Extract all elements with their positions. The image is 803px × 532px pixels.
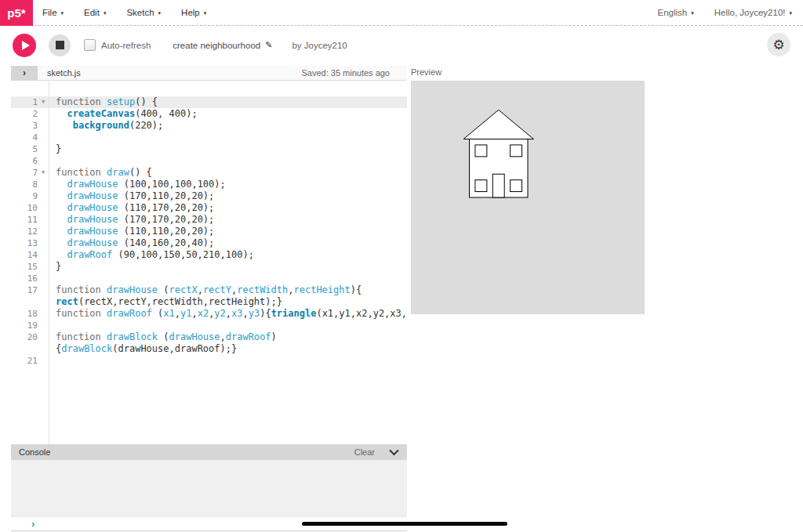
gear-icon: ⚙ [772,38,784,52]
code-text: drawHouse (110,110,20,20); [49,226,214,237]
code-line[interactable]: 2 createCanvas(400, 400); [11,108,407,120]
fold-caret-empty [38,249,49,261]
console-prompt-icon: › [31,519,35,529]
code-line[interactable]: 5} [11,143,407,155]
code-text: drawHouse (170,170,20,20); [49,214,214,226]
play-button[interactable] [13,34,36,57]
line-number: 5 [11,143,38,155]
horizontal-scrollbar[interactable] [302,522,507,526]
nav-menu-help[interactable]: Help▾ [181,8,206,17]
code-line[interactable]: 19 [11,320,407,331]
tab-sketch-js[interactable]: sketch.js [47,68,81,78]
nav-menu-sketch[interactable]: Sketch▾ [126,8,161,17]
code-line[interactable]: 6 [11,155,407,167]
menu-label: Hello, Joycey210! [714,8,786,17]
nav-menu-english[interactable]: English▾ [657,8,693,17]
nav-menus: File▾Edit▾Sketch▾Help▾ [42,8,206,17]
fold-caret-empty [38,355,49,367]
code-line[interactable]: 4 [11,132,407,143]
line-number: 17 [11,284,38,296]
chevron-down-icon: ▾ [691,10,694,16]
console-collapse-button[interactable] [389,449,399,456]
line-number: 7 [11,167,38,179]
fold-caret-icon[interactable]: ▼ [38,96,49,108]
code-text [49,355,56,367]
fold-caret-empty [38,284,49,296]
code-line[interactable]: 15} [11,261,407,273]
sidebar-expand-button[interactable]: › [11,66,38,81]
settings-button[interactable]: ⚙ [767,33,790,56]
sketch-canvas[interactable] [411,81,645,314]
code-line[interactable]: 16 [11,273,407,284]
code-line[interactable]: 7▼function draw() { [11,167,407,179]
line-number: 6 [11,155,38,167]
sketch-shape-rect [475,180,487,192]
console-header: Console Clear [11,444,407,460]
code-text: drawHouse (170,110,20,20); [49,190,214,202]
gutter-divider [49,81,49,444]
fold-caret-empty [38,331,49,343]
play-icon [22,41,30,50]
line-number: 21 [11,355,38,367]
fold-caret-icon[interactable]: ▼ [38,167,49,179]
preview-pane: Preview [411,67,803,532]
menu-label: File [42,8,57,17]
fold-caret-empty [38,120,49,132]
line-number: 14 [11,249,38,261]
code-text: } [49,143,61,155]
code-line[interactable]: 14 drawRoof (90,100,150,50,210,100); [11,249,407,261]
fold-caret-empty [38,308,49,320]
fold-caret-empty [38,108,49,120]
code-editor[interactable]: 1▼function setup() {2 createCanvas(400, … [11,81,407,444]
edit-project-name-icon[interactable]: ✎ [265,40,272,50]
line-number: 8 [11,179,38,190]
code-line[interactable]: 3 background(220); [11,120,407,132]
line-number [11,296,38,308]
nav-menu-edit[interactable]: Edit▾ [84,8,106,17]
preview-label: Preview [411,67,803,81]
line-number: 2 [11,108,38,120]
code-line[interactable]: 17function drawHouse (rectX,rectY,rectWi… [11,284,407,296]
auto-refresh-checkbox[interactable] [84,39,96,51]
chevron-down-icon: ▾ [204,10,207,16]
code-text: function setup() { [49,96,158,108]
top-nav: p5* File▾Edit▾Sketch▾Help▾ English▾Hello… [0,0,803,26]
p5-logo[interactable]: p5* [0,0,33,26]
line-number: 9 [11,190,38,202]
code-line[interactable]: 10 drawHouse (110,170,20,20); [11,202,407,214]
code-text: } [49,261,61,273]
console-clear-button[interactable]: Clear [354,447,375,457]
code-text: rect(rectX,rectY,rectWidth,rectHeight);} [49,296,282,308]
auto-refresh-label[interactable]: Auto-refresh [101,41,151,50]
code-line[interactable]: 20function drawBlock (drawHouse,drawRoof… [11,331,407,343]
code-line[interactable]: 9 drawHouse (170,110,20,20); [11,190,407,202]
editor-column: › sketch.js Saved: 35 minutes ago 1▼func… [11,66,407,531]
line-number [11,343,38,355]
code-text: function drawRoof (x1,y1,x2,y2,x3,y3){tr… [49,308,407,320]
code-line[interactable]: 18function drawRoof (x1,y1,x2,y2,x3,y3){… [11,308,407,320]
sketch-shape-rect [511,180,522,192]
code-line[interactable]: rect(rectX,rectY,rectWidth,rectHeight);} [11,296,407,308]
line-number: 19 [11,320,38,331]
code-line[interactable]: 13 drawHouse (140,160,20,40); [11,237,407,249]
nav-menu-hello-joycey210[interactable]: Hello, Joycey210!▾ [714,8,792,17]
code-line[interactable]: 21 [11,355,407,367]
code-line[interactable]: 12 drawHouse (110,110,20,20); [11,226,407,237]
fold-caret-empty [38,343,49,355]
sketch-shape-rect [511,145,522,157]
code-line[interactable]: 8 drawHouse (100,100,100,100); [11,179,407,190]
code-line[interactable]: 1▼function setup() { [11,96,407,108]
sketch-shape-rect [492,174,504,197]
code-line[interactable]: 11 drawHouse (170,170,20,20); [11,214,407,226]
code-text: drawHouse (110,170,20,20); [49,202,214,214]
code-text: function drawHouse (rectX,rectY,rectWidt… [49,284,362,296]
line-number: 20 [11,331,38,343]
code-text: {drawBlock(drawHouse,drawRoof);} [49,343,237,355]
chevron-down-icon [389,449,399,456]
fold-caret-empty [38,202,49,214]
stop-button[interactable] [49,34,71,56]
nav-menu-file[interactable]: File▾ [42,8,64,17]
code-lines: 1▼function setup() {2 createCanvas(400, … [11,96,407,367]
code-line[interactable]: {drawBlock(drawHouse,drawRoof);} [11,343,407,355]
nav-right-menus: English▾Hello, Joycey210!▾ [657,8,792,17]
